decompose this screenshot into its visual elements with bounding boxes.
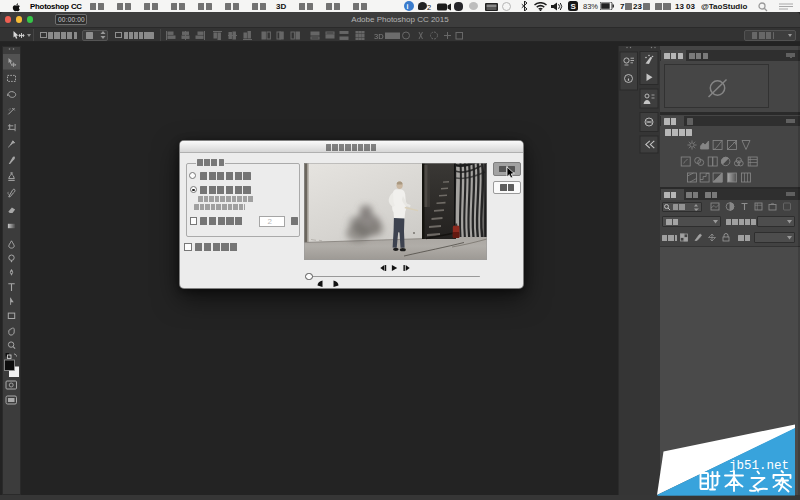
- svg-text:3D: 3D: [374, 32, 384, 41]
- svg-text:jb51.net: jb51.net: [729, 459, 789, 473]
